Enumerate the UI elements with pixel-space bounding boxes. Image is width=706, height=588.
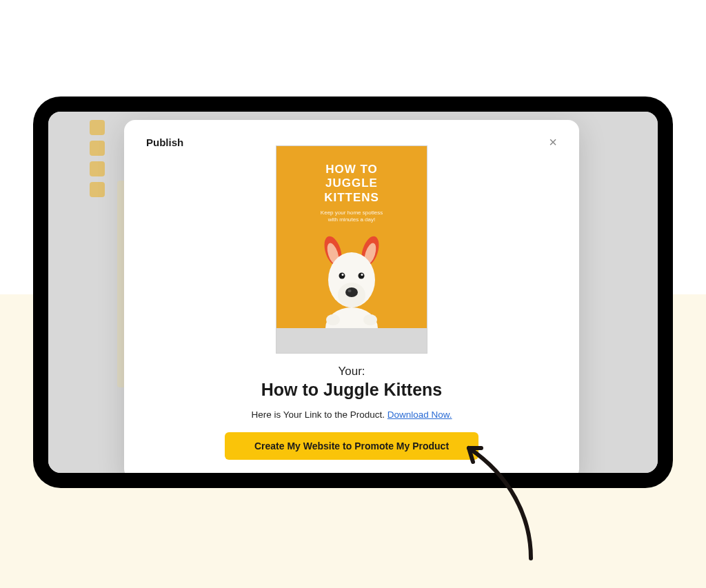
svg-point-7 bbox=[348, 290, 352, 292]
product-name: How to Juggle Kittens bbox=[146, 380, 557, 400]
svg-point-10 bbox=[342, 274, 344, 276]
svg-point-14 bbox=[363, 314, 377, 325]
modal-title: Publish bbox=[146, 136, 183, 148]
link-text: Here is Your Link to the Product. bbox=[251, 409, 387, 420]
tablet-frame: Publish × HOW TO JUGGLE KITTENS Keep you… bbox=[33, 97, 673, 488]
svg-point-8 bbox=[339, 273, 345, 279]
svg-point-13 bbox=[326, 314, 340, 325]
svg-point-11 bbox=[361, 274, 363, 276]
create-website-button[interactable]: Create My Website to Promote My Product bbox=[225, 432, 478, 460]
dog-mascot-icon bbox=[307, 232, 396, 328]
download-link[interactable]: Download Now. bbox=[387, 409, 452, 420]
product-preview: HOW TO JUGGLE KITTENS Keep your home spo… bbox=[276, 145, 427, 354]
link-line: Here is Your Link to the Product. Downlo… bbox=[146, 409, 557, 420]
svg-point-6 bbox=[345, 287, 358, 297]
product-cover: HOW TO JUGGLE KITTENS Keep your home spo… bbox=[276, 146, 427, 328]
cover-title: HOW TO JUGGLE KITTENS bbox=[276, 163, 427, 205]
your-label: Your: bbox=[146, 365, 557, 378]
tablet-screen: Publish × HOW TO JUGGLE KITTENS Keep you… bbox=[48, 112, 658, 473]
svg-point-9 bbox=[359, 273, 365, 279]
preview-bottom-strip bbox=[276, 328, 427, 353]
info-section: Your: How to Juggle Kittens Here is Your… bbox=[146, 365, 557, 460]
toolbar-icon-4[interactable] bbox=[90, 182, 105, 197]
cover-subtitle: Keep your home spotless with minutes a d… bbox=[276, 210, 427, 224]
toolbar-icon-3[interactable] bbox=[90, 161, 105, 176]
toolbar-icon-2[interactable] bbox=[90, 141, 105, 156]
sidebar-toolbar bbox=[90, 120, 106, 203]
close-icon[interactable]: × bbox=[549, 136, 557, 148]
toolbar-icon-1[interactable] bbox=[90, 120, 105, 135]
publish-modal: Publish × HOW TO JUGGLE KITTENS Keep you… bbox=[124, 120, 579, 473]
